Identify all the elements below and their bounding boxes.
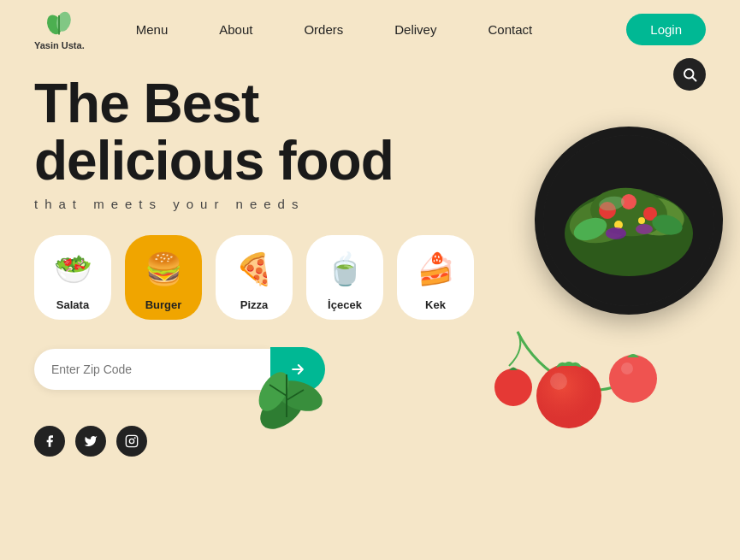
nav-menu[interactable]: Menu: [136, 22, 169, 37]
svg-line-4: [692, 77, 696, 80]
burger-icon: 🍔: [141, 247, 186, 292]
kek-label: Kek: [425, 298, 446, 311]
hero-section: The Best delicious food that meets your …: [0, 58, 740, 457]
facebook-icon[interactable]: [34, 426, 65, 457]
food-plate: [535, 127, 723, 315]
pizza-label: Pizza: [240, 298, 269, 311]
basil-svg: [240, 349, 342, 451]
category-icecek[interactable]: 🍵 İçecek: [306, 235, 383, 320]
login-button[interactable]: Login: [626, 14, 706, 45]
nav-contact[interactable]: Contact: [488, 22, 532, 37]
svg-point-34: [134, 438, 135, 439]
nav-about[interactable]: About: [219, 22, 252, 37]
svg-rect-32: [126, 436, 137, 447]
nav-delivery[interactable]: Delivey: [394, 22, 436, 37]
search-icon: [682, 67, 697, 82]
tomatoes-decoration: [449, 315, 689, 451]
category-salata[interactable]: 🥗 Salata: [34, 235, 111, 320]
icecek-label: İçecek: [328, 298, 362, 311]
icecek-icon: 🍵: [323, 247, 367, 292]
nav-orders[interactable]: Orders: [304, 22, 343, 37]
category-pizza[interactable]: 🍕 Pizza: [216, 235, 293, 320]
salata-icon: 🥗: [50, 247, 95, 292]
salata-label: Salata: [56, 298, 89, 311]
svg-point-23: [494, 368, 532, 406]
basil-decoration: [240, 349, 342, 451]
nav-links: Menu About Orders Delivey Contact: [136, 22, 627, 37]
svg-point-16: [636, 224, 653, 234]
kek-icon: 🍰: [413, 247, 458, 292]
instagram-icon[interactable]: [116, 426, 147, 457]
svg-point-15: [606, 227, 626, 239]
svg-point-24: [550, 373, 567, 390]
search-button[interactable]: [673, 58, 706, 91]
logo-text: Yasin Usta.: [34, 40, 85, 50]
svg-point-33: [129, 439, 133, 444]
navbar: Yasin Usta. Menu About Orders Delivey Co…: [0, 0, 740, 58]
logo[interactable]: Yasin Usta.: [34, 8, 85, 50]
nav-right: Login: [626, 14, 706, 45]
svg-point-25: [621, 363, 633, 374]
tomatoes-svg: [449, 315, 689, 451]
salad-image: [543, 135, 714, 306]
category-burger[interactable]: 🍔 Burger: [125, 235, 202, 320]
pizza-icon: 🍕: [232, 247, 276, 292]
zip-input[interactable]: [34, 349, 270, 390]
category-kek[interactable]: 🍰 Kek: [397, 235, 474, 320]
twitter-icon[interactable]: [75, 426, 106, 457]
svg-point-21: [536, 363, 601, 428]
burger-label: Burger: [145, 298, 182, 311]
svg-point-14: [638, 217, 645, 224]
svg-point-22: [609, 355, 657, 403]
leaf-icon: [44, 8, 74, 38]
